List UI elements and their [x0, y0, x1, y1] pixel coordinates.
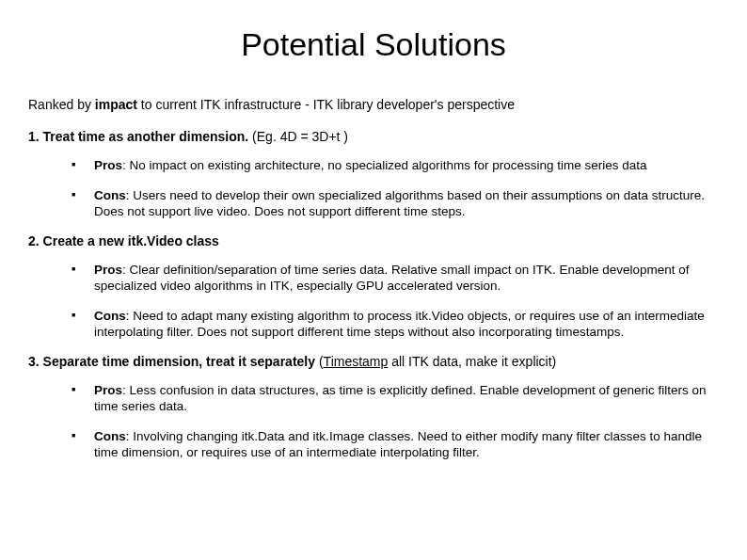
pros-text: : Less confusion in data structures, as …	[94, 383, 707, 414]
section-3-num: 3.	[28, 354, 43, 369]
subtitle-bold: impact	[95, 97, 137, 112]
cons-label: Cons	[94, 188, 126, 202]
cons-text: : Need to adapt many existing algorithm …	[94, 309, 705, 340]
section-2-num: 2.	[28, 233, 43, 248]
pros-label: Pros	[94, 383, 122, 397]
section-2-title-b: itk.Video	[128, 233, 183, 248]
cons-label: Cons	[94, 429, 126, 443]
section-2-cons: Cons: Need to adapt many existing algori…	[94, 308, 719, 341]
section-1-head: 1. Treat time as another dimension. (Eg.…	[28, 129, 719, 144]
section-1-tail: (Eg. 4D = 3D+t )	[252, 129, 348, 144]
slide-subtitle: Ranked by impact to current ITK infrastr…	[28, 97, 719, 112]
section-3-head: 3. Separate time dimension, treat it sep…	[28, 354, 719, 369]
section-3-bullets: Pros: Less confusion in data structures,…	[28, 382, 719, 461]
section-1-pros: Pros: No impact on existing architecture…	[94, 157, 719, 174]
section-3-tail-post: all ITK data, make it explicit)	[388, 354, 556, 369]
section-2-title-pre: Create a new	[43, 233, 128, 248]
pros-text: : Clear definition/separation of time se…	[94, 263, 690, 294]
section-2-title-post: class	[183, 233, 219, 248]
section-2-head: 2. Create a new itk.Video class	[28, 233, 719, 248]
pros-label: Pros	[94, 263, 122, 277]
section-3-title: Separate time dimension, treat it separa…	[43, 354, 319, 369]
pros-text: : No impact on existing architecture, no…	[122, 158, 647, 172]
slide-title: Potential Solutions	[28, 26, 719, 63]
cons-label: Cons	[94, 309, 126, 323]
section-1-num: 1.	[28, 129, 43, 144]
section-3-cons: Cons: Involving changing itk.Data and it…	[94, 428, 719, 461]
cons-text: : Users need to develop their own specia…	[94, 188, 705, 219]
section-3-pros: Pros: Less confusion in data structures,…	[94, 382, 719, 415]
cons-text: : Involving changing itk.Data and itk.Im…	[94, 429, 702, 460]
subtitle-pre: Ranked by	[28, 97, 95, 112]
section-2-bullets: Pros: Clear definition/separation of tim…	[28, 262, 719, 341]
subtitle-post: to current ITK infrastructure - ITK libr…	[137, 97, 515, 112]
section-3-tail-u: Timestamp	[324, 354, 389, 369]
section-1-title: Treat time as another dimension.	[43, 129, 253, 144]
pros-label: Pros	[94, 158, 122, 172]
section-1-cons: Cons: Users need to develop their own sp…	[94, 187, 719, 220]
section-2-pros: Pros: Clear definition/separation of tim…	[94, 262, 719, 295]
section-1-bullets: Pros: No impact on existing architecture…	[28, 157, 719, 220]
